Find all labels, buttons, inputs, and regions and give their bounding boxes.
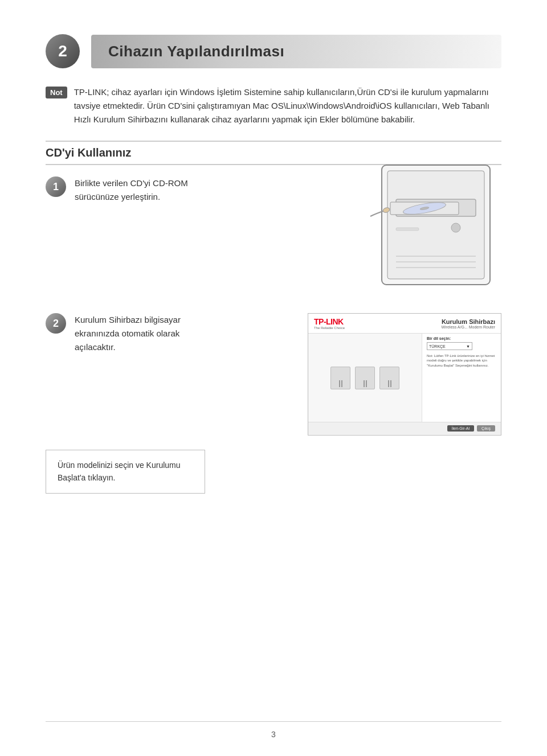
svg-point-6 xyxy=(451,223,460,232)
wizard-header: TP-LINK The Reliable Choice Kurulum Sihi… xyxy=(308,314,501,334)
step2-circle: 2 xyxy=(46,313,66,334)
wizard-logo-sub: The Reliable Choice xyxy=(314,326,345,330)
step1-left: 1 Birlikte verilen CD'yi CD-ROM sürücünü… xyxy=(46,176,228,204)
select-arrow-icon: ▼ xyxy=(466,344,470,348)
not-badge: Not xyxy=(46,87,67,98)
router-image-1 xyxy=(330,367,350,389)
wizard-select-label: Bir dil seçin: xyxy=(427,336,496,340)
step2-text: Kurulum Sihirbazı bilgisayar ekranınızda… xyxy=(75,313,205,354)
wizard-mockup: TP-LINK The Reliable Choice Kurulum Sihi… xyxy=(308,313,501,435)
bottom-note-box: Ürün modelinizi seçin ve Kurulumu Başlat… xyxy=(46,450,205,494)
page-number: 3 xyxy=(271,730,276,739)
step1-container: 1 Birlikte verilen CD'yi CD-ROM sürücünü… xyxy=(46,176,501,296)
step2-left: 2 Kurulum Sihirbazı bilgisayar ekranınız… xyxy=(46,313,205,354)
step2-container: 2 Kurulum Sihirbazı bilgisayar ekranınız… xyxy=(46,313,501,435)
bottom-separator xyxy=(46,721,501,722)
cdrom-svg xyxy=(342,159,501,296)
step1-circle: 1 xyxy=(46,176,66,197)
wizard-left-panel xyxy=(308,334,422,422)
step-number-circle: 2 xyxy=(46,34,80,68)
note-section: Not TP-LINK; cihaz ayarları için Windows… xyxy=(46,85,501,126)
header-title-bar: Cihazın Yapılandırılması xyxy=(91,35,501,68)
svg-rect-1 xyxy=(387,171,484,279)
wizard-footer: İleri-Gir-Al Çıkış xyxy=(308,422,501,434)
wizard-logo-area: TP-LINK The Reliable Choice xyxy=(314,317,345,330)
page-header: 2 Cihazın Yapılandırılması xyxy=(46,34,501,68)
wizard-next-button[interactable]: İleri-Gir-Al xyxy=(447,425,475,432)
router-image-2 xyxy=(355,367,375,389)
wizard-note-text: Not: Lütfen TP-Link ürünlerinize en iyi … xyxy=(427,354,496,368)
wizard-title-area: Kurulum Sihirbazı Wireless A/G... Modem … xyxy=(441,318,495,329)
bottom-note-text: Ürün modelinizi seçin ve Kurulumu Başlat… xyxy=(58,459,193,484)
wizard-title-sub: Wireless A/G... Modem Router xyxy=(441,325,495,329)
wizard-exit-button[interactable]: Çıkış xyxy=(477,425,495,432)
bottom-note-area: Ürün modelinizi seçin ve Kurulumu Başlat… xyxy=(46,450,501,494)
step1-text: Birlikte verilen CD'yi CD-ROM sürücünüze… xyxy=(75,176,228,204)
cdrom-illustration xyxy=(342,159,501,296)
wizard-logo: TP-LINK xyxy=(314,317,345,326)
svg-rect-7 xyxy=(396,228,419,231)
wizard-title-main: Kurulum Sihirbazı xyxy=(441,318,495,325)
wizard-right-panel: Bir dil seçin: TÜRKÇE ▼ Not: Lütfen TP-L… xyxy=(422,334,501,422)
page-title: Cihazın Yapılandırılması xyxy=(108,43,484,60)
wizard-select-box[interactable]: TÜRKÇE ▼ xyxy=(427,342,472,350)
note-text: TP-LINK; cihaz ayarları için Windows İşl… xyxy=(74,85,501,126)
router-image-3 xyxy=(379,367,399,389)
cdyi-title: CD'yi Kullanınız xyxy=(46,146,501,159)
wizard-body: Bir dil seçin: TÜRKÇE ▼ Not: Lütfen TP-L… xyxy=(308,334,501,422)
